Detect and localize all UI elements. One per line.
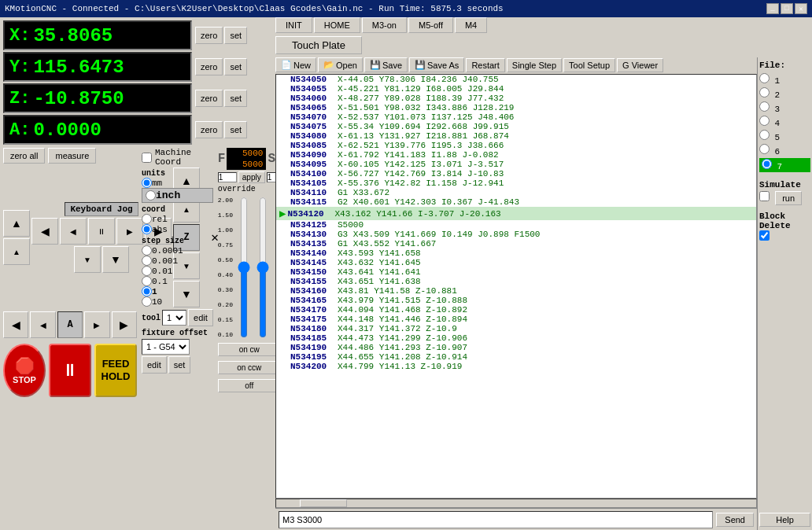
gcode-line[interactable]: N534135G1 X43.552 Y141.667 [276, 239, 756, 248]
on-ccw-button[interactable]: on ccw [218, 361, 281, 374]
coord-abs-radio[interactable] [142, 224, 152, 234]
gcode-line[interactable]: N534115G2 X40.601 Y142.303 I0.367 J-41.8… [276, 197, 756, 207]
step-001-radio[interactable] [142, 256, 152, 266]
gcode-line[interactable]: N534125S5000 [276, 220, 756, 230]
gcode-line[interactable]: N534060X-48.277 Y89.028 I188.39 J77.432 [276, 94, 756, 103]
gcode-line[interactable]: N534070X-52.537 Y101.073 I137.125 J48.40… [276, 112, 756, 122]
axis-z-zero-button[interactable]: zero [195, 90, 223, 107]
gcode-line[interactable]: N534090X-61.792 Y141.183 I1.88 J-0.082 [276, 150, 756, 160]
gcode-line[interactable]: N534180X44.317 Y141.372 Z-10.9 [276, 324, 756, 333]
measure-button[interactable]: measure [48, 148, 96, 164]
init-button[interactable]: INIT [275, 17, 312, 33]
jog-y-minus-button[interactable]: ▼ [74, 246, 101, 273]
touch-plate-button[interactable]: Touch Plate [275, 36, 362, 54]
gcode-line[interactable]: N534145X43.632 Y141.645 [276, 258, 756, 267]
axis-x-zero-button[interactable]: zero [195, 27, 223, 44]
simulate-checkbox[interactable] [759, 191, 770, 201]
gcode-line[interactable]: N534095X-60.105 Y142.125 I3.071 J-3.517 [276, 160, 756, 169]
step-10-radio[interactable] [142, 286, 152, 296]
machine-coord-checkbox[interactable] [142, 153, 152, 163]
file-7-radio[interactable] [762, 159, 772, 169]
gcode-line[interactable]: N534110G1 X33.672 [276, 188, 756, 197]
m5off-button[interactable]: M5-off [408, 17, 453, 33]
coord-rel-radio[interactable] [142, 214, 152, 224]
send-button[interactable]: Send [716, 513, 754, 527]
gcode-line[interactable]: N534100X-56.727 Y142.769 I3.814 J-10.83 [276, 169, 756, 179]
close-button[interactable]: ✕ [795, 3, 807, 14]
gcode-line[interactable]: N534105X-55.376 Y142.82 I1.158 J-12.941 [276, 179, 756, 188]
step-0001-radio[interactable] [142, 245, 152, 256]
gcode-line[interactable]: N534085X-62.521 Y139.776 I195.3 J38.666 [276, 141, 756, 150]
gcode-line[interactable]: N534075X-55.34 Y109.694 I292.668 J99.915 [276, 122, 756, 131]
help-button[interactable]: Help [759, 513, 810, 527]
run-button[interactable]: run [775, 191, 802, 205]
axis-y-set-button[interactable]: set [224, 58, 247, 75]
feed-hold-button[interactable]: FEEDHOLD [94, 344, 137, 397]
g-viewer-button[interactable]: G Viewer [617, 58, 663, 72]
zero-all-button[interactable]: zero all [3, 148, 45, 164]
axis-a-zero-button[interactable]: zero [195, 121, 223, 138]
gcode-line[interactable]: N534050X-44.05 Y78.306 I84.236 J40.755 [276, 75, 756, 84]
jog-a-plus-large-button[interactable]: ▶ [112, 311, 137, 338]
gcode-area[interactable]: N534050X-44.05 Y78.306 I84.236 J40.755N5… [275, 74, 757, 499]
gcode-line[interactable]: N534065X-51.501 Y98.032 I343.886 J128.21… [276, 103, 756, 112]
file-2-radio[interactable] [759, 87, 770, 98]
jog-y-minus-large-button[interactable]: ▼ [102, 246, 129, 273]
gcode-line[interactable]: N534160X43.81 Y141.58 Z-10.881 [276, 286, 756, 296]
gcode-line[interactable]: N534150X43.641 Y141.641 [276, 267, 756, 277]
fixture-select[interactable]: 1 - G54 [142, 339, 190, 355]
jog-y-plus-large-button[interactable]: ▲ [3, 210, 30, 237]
f-slider[interactable] [236, 197, 252, 338]
command-input[interactable] [279, 511, 713, 528]
file-3-radio[interactable] [759, 101, 770, 112]
gcode-line[interactable]: N534140X43.593 Y141.658 [276, 248, 756, 258]
gcode-line[interactable]: N534195X44.655 Y141.208 Z-10.914 [276, 352, 756, 362]
jog-a-minus-large-button[interactable]: ◀ [3, 311, 28, 338]
units-inch-radio[interactable] [146, 190, 156, 201]
gcode-line[interactable]: N534155X43.651 Y141.638 [276, 277, 756, 286]
maximize-button[interactable]: □ [781, 3, 793, 14]
axis-y-zero-button[interactable]: zero [195, 58, 223, 75]
restart-button[interactable]: Restart [466, 58, 504, 72]
gcode-line[interactable]: N534165X43.979 Y141.515 Z-10.888 [276, 296, 756, 305]
horizontal-scrollbar[interactable] [275, 499, 757, 508]
scrollbar-thumb[interactable] [300, 499, 347, 507]
m3on-button[interactable]: M3-on [362, 17, 407, 33]
gcode-line[interactable]: N534055X-45.221 Y81.129 I68.005 J29.844 [276, 84, 756, 94]
file-1-radio[interactable] [759, 73, 770, 83]
step-01-radio[interactable] [142, 266, 152, 276]
new-button[interactable]: 📄 New [275, 57, 316, 72]
tool-edit-button[interactable]: edit [188, 309, 213, 326]
f-override-input[interactable] [218, 172, 237, 182]
single-step-button[interactable]: Single Step [507, 58, 562, 72]
step-100-radio[interactable] [142, 296, 152, 307]
axis-a-set-button[interactable]: set [224, 121, 247, 138]
save-button[interactable]: 💾 Save [364, 57, 408, 72]
tool-setup-button[interactable]: Tool Setup [563, 58, 615, 72]
minimize-button[interactable]: _ [766, 3, 779, 14]
stop-button[interactable]: 🛑 STOP [3, 344, 46, 397]
gcode-line[interactable]: N534200X44.799 Y141.13 Z-10.919 [276, 362, 756, 371]
file-4-radio[interactable] [759, 116, 770, 126]
jog-pause-button[interactable]: ⏸ [88, 218, 115, 245]
jog-a-minus-button[interactable]: ◀ [30, 311, 55, 338]
step-1-radio[interactable] [142, 276, 152, 286]
s-slider[interactable] [255, 197, 271, 338]
m4-button[interactable]: M4 [455, 17, 487, 33]
home-button[interactable]: HOME [314, 17, 360, 33]
axis-z-set-button[interactable]: set [224, 90, 247, 107]
file-5-radio[interactable] [759, 130, 770, 140]
units-mm-radio[interactable] [142, 178, 152, 188]
open-button[interactable]: 📂 Open [318, 57, 363, 72]
gcode-line[interactable]: N534190X44.486 Y141.293 Z-10.907 [276, 343, 756, 352]
jog-x-plus-button[interactable]: ▶ [116, 218, 143, 245]
file-6-radio[interactable] [759, 144, 770, 154]
jog-x-minus-button[interactable]: ◀ [60, 218, 87, 245]
save-as-button[interactable]: 💾 Save As [409, 57, 464, 72]
f-apply-button[interactable]: apply [238, 171, 265, 183]
block-delete-checkbox[interactable] [759, 230, 770, 241]
gcode-line[interactable]: ▶N534120X43.162 Y141.66 I-3.707 J-20.163 [276, 207, 756, 220]
gcode-line[interactable]: N534175X44.148 Y141.446 Z-10.894 [276, 315, 756, 324]
pause-button[interactable]: ⏸ [49, 344, 91, 397]
jog-a-plus-button[interactable]: ▶ [84, 311, 109, 338]
